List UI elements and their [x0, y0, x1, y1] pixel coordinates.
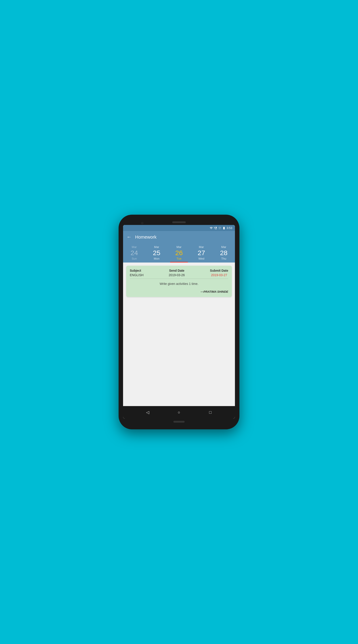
status-time: 3:53: [227, 226, 232, 230]
status-bar: 3:53: [123, 225, 235, 231]
calendar-day-25[interactable]: Mar 25 Mon: [148, 245, 166, 262]
phone-screen: 3:53 ← Homework Mar 24 Sun Mar 25 Mon: [123, 225, 235, 418]
cal-date-25: 25: [153, 249, 160, 256]
calendar-day-28[interactable]: Mar 28 Thu: [215, 245, 233, 262]
cal-month-28: Mar: [221, 245, 226, 249]
status-icons: 3:53: [210, 226, 232, 230]
phone-speaker: [172, 222, 186, 223]
bottom-nav: ◁ ○ □: [123, 406, 235, 418]
cal-month-27: Mar: [199, 245, 204, 249]
calendar-day-26[interactable]: Mar 26 Tue: [170, 245, 188, 262]
subject-label: Subject: [130, 269, 143, 272]
cal-date-27: 27: [198, 249, 205, 256]
back-nav-button[interactable]: ◁: [143, 408, 152, 417]
phone-bottom-bar: [123, 418, 235, 425]
cal-weekday-26: Tue: [177, 257, 181, 260]
calendar-day-27[interactable]: Mar 27 Wed: [192, 245, 210, 262]
signal-icon: [214, 226, 217, 230]
cal-weekday-28: Thu: [221, 257, 226, 260]
selected-indicator: [170, 262, 188, 262]
cal-date-24: 24: [130, 249, 138, 256]
cal-weekday-27: Wed: [198, 257, 204, 260]
cal-month-24: Mar: [132, 245, 137, 249]
calendar-day-24[interactable]: Mar 24 Sun: [125, 245, 143, 262]
wifi-icon: [210, 226, 213, 230]
app-bar: ← Homework: [123, 231, 235, 243]
send-date-label: Send Date: [169, 269, 184, 272]
card-description: Write given activities 1 time.: [130, 282, 228, 286]
app-title: Homework: [135, 234, 157, 240]
calendar-strip: Mar 24 Sun Mar 25 Mon Mar 26 Tue Mar 27: [123, 243, 235, 262]
home-nav-button[interactable]: ○: [175, 408, 183, 417]
back-button[interactable]: ←: [127, 234, 132, 240]
card-header: Subject ENGLISH Send Date 2019-03-26 Sub…: [130, 269, 228, 277]
recent-nav-button[interactable]: □: [206, 408, 215, 417]
cal-date-28: 28: [220, 249, 227, 256]
card-author: ---PRATIMA SHINDE: [130, 290, 228, 294]
battery-icon: [222, 226, 226, 230]
cal-weekday-24: Sun: [132, 257, 137, 260]
card-divider: [130, 278, 228, 279]
homework-card: Subject ENGLISH Send Date 2019-03-26 Sub…: [126, 266, 232, 297]
send-date-value: 2019-03-26: [169, 273, 185, 277]
submit-date-label: Submit Date: [210, 269, 228, 272]
phone-device: 3:53 ← Homework Mar 24 Sun Mar 25 Mon: [119, 215, 239, 429]
phone-top-bar: [123, 219, 235, 225]
subject-value: ENGLISH: [130, 273, 143, 277]
submit-date-value: 2019-03-27: [211, 273, 227, 277]
cal-date-26: 26: [175, 249, 183, 256]
phone-home-btn: [173, 421, 185, 422]
cal-weekday-25: Mon: [154, 257, 159, 260]
signal-outline-icon: [218, 226, 221, 230]
phone-camera: [141, 222, 144, 224]
cal-month-25: Mar: [154, 245, 159, 249]
cal-month-26: Mar: [177, 245, 181, 249]
content-area: Subject ENGLISH Send Date 2019-03-26 Sub…: [123, 262, 235, 406]
